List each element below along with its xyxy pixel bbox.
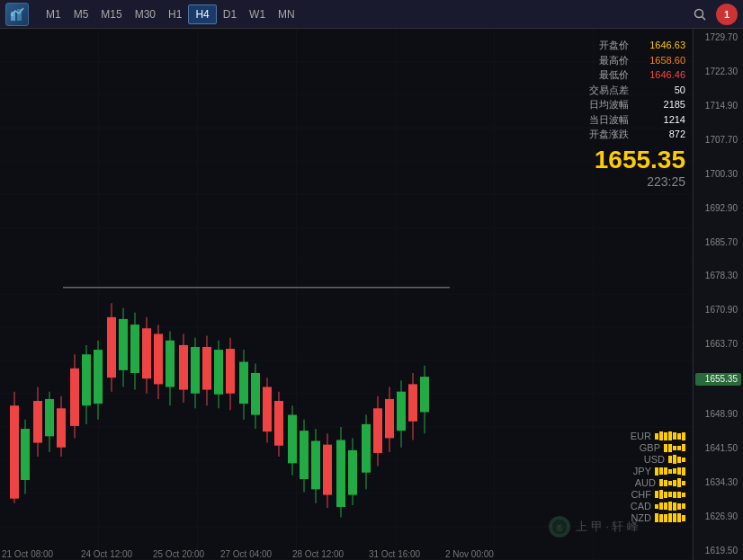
bar-1 bbox=[659, 431, 663, 440]
currency-row-jpy: JPY bbox=[626, 466, 685, 476]
svg-rect-51 bbox=[251, 373, 260, 415]
bar-0 bbox=[655, 433, 658, 440]
timeframe-btn-m5[interactable]: M5 bbox=[67, 5, 95, 23]
timeframe-btn-w1[interactable]: W1 bbox=[243, 5, 272, 23]
price-level-8: 1670.90 bbox=[695, 305, 741, 316]
currency-label-usd: USD bbox=[640, 454, 665, 465]
bar-6 bbox=[682, 515, 685, 521]
svg-rect-45 bbox=[214, 350, 223, 395]
svg-rect-21 bbox=[70, 369, 79, 426]
price-level-14: 1626.90 bbox=[695, 511, 741, 522]
timeframe-btn-mn[interactable]: MN bbox=[272, 5, 301, 23]
bar-0 bbox=[668, 456, 672, 463]
svg-rect-11 bbox=[10, 405, 19, 499]
currency-row-aud: AUD bbox=[626, 477, 685, 488]
svg-rect-67 bbox=[348, 450, 357, 495]
svg-text:27 Oct 04:00: 27 Oct 04:00 bbox=[220, 549, 272, 559]
bar-3 bbox=[668, 492, 672, 497]
svg-rect-61 bbox=[311, 441, 320, 490]
watermark-logo: 岳 bbox=[549, 516, 570, 538]
svg-rect-15 bbox=[33, 401, 42, 443]
bar-0 bbox=[655, 467, 658, 476]
logo-icon bbox=[5, 3, 29, 26]
bar-3 bbox=[668, 431, 672, 440]
svg-text:岳: 岳 bbox=[556, 524, 563, 532]
price-level-13: 1634.30 bbox=[695, 477, 741, 488]
svg-text:21 Oct 08:00: 21 Oct 08:00 bbox=[2, 549, 53, 559]
timeframe-btn-m1[interactable]: M1 bbox=[40, 5, 67, 23]
toolbar: M1M5M15M30H1H4D1W1MN 1 bbox=[0, 0, 743, 29]
currency-bars-cad bbox=[655, 502, 685, 511]
candlestick-chart: 21 Oct 08:00 24 Oct 12:00 25 Oct 20:00 2… bbox=[0, 29, 693, 560]
bar-3 bbox=[682, 458, 685, 462]
bar-0 bbox=[659, 479, 663, 486]
currency-label-aud: AUD bbox=[631, 477, 656, 488]
price-level-3: 1707.70 bbox=[695, 135, 741, 146]
currency-row-usd: USD bbox=[626, 454, 685, 465]
svg-rect-73 bbox=[385, 399, 394, 438]
timeframe-btn-m15[interactable]: M15 bbox=[94, 5, 128, 23]
currency-row-gbp: GBP bbox=[626, 442, 685, 453]
svg-rect-55 bbox=[274, 401, 283, 446]
svg-text:2 Nov 00:00: 2 Nov 00:00 bbox=[445, 549, 494, 559]
bar-6 bbox=[682, 503, 685, 509]
price-level-6: 1685.70 bbox=[695, 237, 741, 248]
svg-rect-71 bbox=[373, 408, 382, 453]
bar-5 bbox=[677, 467, 681, 475]
watermark: 岳 上 甲 · 轩 峰 bbox=[549, 516, 639, 538]
bar-2 bbox=[664, 432, 667, 440]
svg-rect-17 bbox=[45, 399, 54, 436]
svg-rect-79 bbox=[420, 377, 429, 412]
price-level-9: 1663.70 bbox=[695, 339, 741, 350]
svg-text:24 Oct 12:00: 24 Oct 12:00 bbox=[81, 549, 132, 559]
bar-3 bbox=[668, 513, 672, 522]
bar-0 bbox=[655, 491, 658, 498]
notification-button[interactable]: 1 bbox=[716, 4, 738, 25]
currency-label-cad: CAD bbox=[626, 501, 651, 511]
bar-3 bbox=[668, 469, 672, 474]
currency-label-gbp: GBP bbox=[635, 442, 660, 453]
timeframe-btn-d1[interactable]: D1 bbox=[217, 5, 243, 23]
svg-rect-43 bbox=[202, 347, 211, 390]
bar-0 bbox=[664, 444, 667, 452]
svg-rect-19 bbox=[57, 408, 66, 447]
bar-3 bbox=[668, 502, 672, 511]
timeframe-btn-h1[interactable]: H1 bbox=[162, 5, 188, 23]
price-level-7: 1678.30 bbox=[695, 271, 741, 281]
toolbar-right: 1 bbox=[689, 4, 738, 25]
bar-6 bbox=[682, 467, 685, 476]
currency-bars-eur bbox=[655, 431, 685, 440]
bar-1 bbox=[668, 444, 672, 452]
bar-2 bbox=[664, 514, 667, 522]
search-button[interactable] bbox=[689, 4, 711, 25]
watermark-text: 上 甲 · 轩 峰 bbox=[576, 519, 639, 535]
svg-rect-59 bbox=[300, 431, 309, 479]
price-level-15: 1619.50 bbox=[695, 546, 741, 556]
bar-1 bbox=[673, 455, 676, 464]
bar-2 bbox=[664, 502, 667, 510]
currency-row-chf: CHF bbox=[626, 489, 685, 500]
bar-5 bbox=[677, 433, 681, 440]
currency-row-eur: EUR bbox=[626, 431, 685, 441]
bar-4 bbox=[677, 478, 681, 487]
chart-area[interactable]: 21 Oct 08:00 24 Oct 12:00 25 Oct 20:00 2… bbox=[0, 29, 693, 560]
svg-rect-53 bbox=[263, 387, 272, 431]
currency-panel: EURGBPUSDJPYAUDCHFCADNZD bbox=[626, 431, 685, 524]
svg-line-4 bbox=[703, 16, 706, 20]
svg-rect-77 bbox=[408, 384, 417, 421]
price-axis: 1729.701722.301714.901707.701700.301692.… bbox=[693, 29, 743, 560]
bar-5 bbox=[677, 492, 681, 498]
bar-5 bbox=[677, 503, 681, 510]
bar-6 bbox=[682, 493, 685, 497]
price-level-1: 1722.30 bbox=[695, 67, 741, 77]
timeframe-btn-m30[interactable]: M30 bbox=[129, 5, 162, 23]
timeframe-btn-h4[interactable]: H4 bbox=[188, 4, 216, 24]
bar-1 bbox=[659, 514, 663, 522]
svg-rect-49 bbox=[239, 362, 248, 404]
price-level-5: 1692.90 bbox=[695, 203, 741, 214]
currency-label-chf: CHF bbox=[626, 489, 651, 500]
bar-6 bbox=[682, 432, 685, 440]
bar-3 bbox=[677, 446, 681, 450]
svg-rect-47 bbox=[226, 349, 235, 394]
bar-1 bbox=[659, 467, 663, 475]
